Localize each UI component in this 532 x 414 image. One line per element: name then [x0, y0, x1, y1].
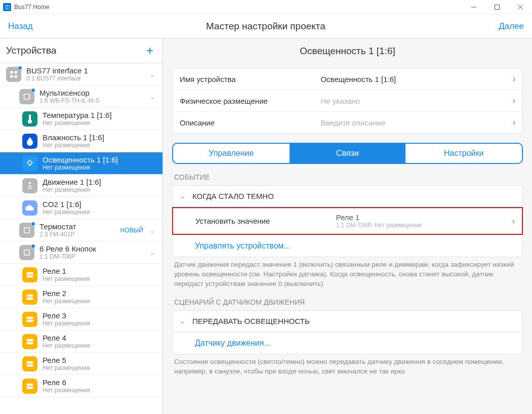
event-header[interactable]: ⌄ КОГДА СТАЛО ТЕМНО [173, 186, 522, 207]
motion-icon [22, 178, 37, 193]
tree-node-relay4[interactable]: Реле 4 Нет размещения [0, 330, 162, 353]
tree-sub: Нет размещения [43, 119, 158, 127]
chevron-right-icon: › [513, 96, 515, 105]
switch-icon [22, 289, 37, 305]
event-title: КОГДА СТАЛО ТЕМНО [192, 192, 274, 200]
tree-node-relay2[interactable]: Реле 2 Нет размещения [0, 286, 162, 308]
tree-node-relay6[interactable]: Реле 6 Нет размещения [0, 375, 162, 397]
tree-sub: Нет размещения [43, 298, 158, 305]
svg-rect-21 [24, 227, 30, 233]
tree-label: 6 Реле 6 Кнопок [39, 244, 146, 253]
svg-rect-32 [26, 364, 33, 366]
svg-rect-31 [26, 361, 33, 363]
chip-icon [19, 89, 34, 104]
maximize-button[interactable] [485, 0, 509, 14]
tree-node-6relay[interactable]: 6 Реле 6 Кнопок 1:1 DM-706P ⌄ [0, 241, 162, 264]
minimize-button[interactable] [462, 0, 485, 14]
switch-icon [22, 379, 37, 394]
chevron-down-icon: ⌄ [146, 249, 158, 257]
tree-node-multisensor[interactable]: Мультисенсор 1:6 WB-FS-TH-IL-M-S ⌄ [0, 86, 162, 108]
svg-rect-33 [26, 383, 33, 386]
action-set-value[interactable]: Установить значение Реле 1 1:1 DM-706P, … [172, 207, 523, 235]
tree-sub: 1:6 WB-FS-TH-IL-M-S [39, 97, 146, 104]
status-dot-icon [18, 66, 22, 70]
new-badge: НОВЫЙ [120, 227, 143, 234]
tree-sub: Нет размещения [43, 209, 158, 216]
svg-point-14 [28, 119, 32, 123]
status-dot-icon [31, 88, 35, 93]
tree-node-temperature[interactable]: Температура 1 [1:6] Нет размещения [0, 108, 162, 130]
tree-node-illuminance[interactable]: Освещенность 1 [1:6] Нет размещения [0, 152, 162, 175]
tree-node-bus77[interactable]: BUS77 interface 1 0:1 BUS77 interface ⌄ [0, 63, 162, 86]
prop-value: Освещенность 1 [1:6] [320, 75, 512, 84]
switch-icon [22, 356, 37, 371]
chevron-right-icon: › [513, 118, 515, 127]
lightbulb-icon [22, 156, 37, 171]
svg-rect-25 [26, 294, 33, 297]
next-button[interactable]: Далее [499, 21, 524, 31]
back-button[interactable]: Назад [8, 21, 33, 31]
device-tree: BUS77 interface 1 0:1 BUS77 interface ⌄ … [0, 63, 162, 414]
close-button[interactable] [509, 0, 532, 14]
chevron-down-icon: ⌄ [146, 70, 158, 78]
tab-control[interactable]: Управление [173, 144, 290, 163]
tree-sub: Нет размещения [43, 164, 158, 171]
app-logo-icon: ◫ [3, 3, 11, 11]
tree-node-co2[interactable]: CO2 1 [1:6] Нет размещения [0, 197, 162, 219]
chevron-down-icon: ⌄ [180, 317, 185, 325]
prop-label: Имя устройства [180, 75, 320, 84]
tab-links[interactable]: Связи [290, 144, 406, 163]
prop-description[interactable]: Описание Введите описание › [173, 112, 522, 133]
svg-rect-23 [26, 272, 33, 274]
tree-sub: Нет размещения [43, 387, 158, 394]
tree-node-motion[interactable]: Движение 1 [1:6] Нет размещения [0, 175, 162, 197]
chip-icon [19, 223, 34, 238]
tree-node-humidity[interactable]: Влажность 1 [1:6] Нет размещения [0, 130, 162, 152]
prop-value: Введите описание [320, 118, 512, 127]
tree-label: Термостат [39, 222, 120, 231]
svg-rect-7 [15, 75, 17, 77]
tree-sub: Нет размещения [43, 142, 158, 149]
svg-point-15 [28, 160, 32, 164]
svg-rect-1 [495, 5, 500, 9]
status-dot-icon [31, 222, 35, 226]
action-title: Установить значение [195, 217, 270, 225]
section-header-event: СОБЫТИЕ [174, 173, 523, 181]
link-control-device[interactable]: Управлять устройством... [173, 235, 522, 257]
event-header[interactable]: ⌄ ПЕРЕДАВАТЬ ОСВЕЩЕННОСТЬ [173, 311, 522, 332]
tree-label: BUS77 interface 1 [26, 66, 146, 75]
add-device-button[interactable]: + [143, 44, 156, 58]
wizard-title: Мастер настройки проекта [33, 21, 499, 32]
tree-node-relay5[interactable]: Реле 5 Нет размещения [0, 353, 162, 375]
main-panel: Освещенность 1 [1:6] Имя устройства Осве… [163, 38, 532, 414]
chevron-down-icon: ⌄ [146, 226, 158, 234]
close-icon [518, 5, 523, 10]
interface-icon [6, 67, 21, 82]
tree-label: Температура 1 [1:6] [43, 111, 158, 119]
tree-node-thermostat[interactable]: Термостат 1:3 FM-401P НОВЫЙ ⌄ [0, 219, 162, 241]
chip-icon [19, 245, 34, 260]
svg-rect-22 [24, 250, 30, 255]
window-titlebar: ◫ Bus77 Home [0, 0, 532, 14]
tab-settings[interactable]: Настройки [405, 144, 522, 163]
prop-name[interactable]: Имя устройства Освещенность 1 [1:6] › [173, 68, 522, 90]
svg-rect-28 [26, 319, 33, 322]
prop-location[interactable]: Физическое размещение Не указано › [173, 90, 522, 112]
svg-point-20 [29, 182, 31, 184]
tree-sub: Нет размещения [43, 342, 158, 349]
action-target: Реле 1 [336, 213, 508, 222]
chevron-down-icon: ⌄ [146, 93, 158, 101]
action-sub: 1:1 DM-706P, Нет размещения [336, 222, 508, 229]
window-title: Bus77 Home [14, 4, 49, 11]
tree-sub: Нет размещения [43, 320, 158, 327]
svg-rect-6 [10, 75, 13, 77]
tree-node-relay3[interactable]: Реле 3 Нет размещения [0, 308, 162, 330]
tree-node-relay1[interactable]: Реле 1 Нет размещения [0, 264, 162, 286]
tree-sub: Нет размещения [43, 364, 158, 371]
link-motion-sensor[interactable]: Датчику движения... [173, 332, 522, 354]
tree-label: Реле 3 [43, 311, 158, 320]
minimize-icon [471, 5, 476, 10]
svg-rect-8 [24, 94, 30, 99]
section-description: Датчик движения передаст значение 1 (вкл… [174, 260, 521, 289]
tree-sub: 0:1 BUS77 interface [26, 75, 146, 82]
